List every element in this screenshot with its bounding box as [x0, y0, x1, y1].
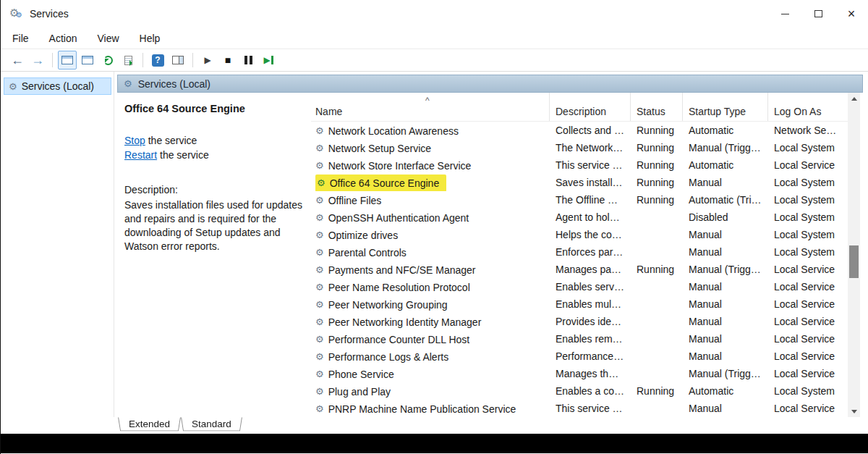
back-button[interactable]: ← — [8, 51, 27, 70]
table-row[interactable]: ⚙PNRP Machine Name Publication ServiceTh… — [311, 400, 848, 417]
service-log-on-as-cell: Local Service — [768, 400, 848, 417]
service-name-cell: ⚙Peer Networking Identity Manager — [311, 313, 550, 330]
table-row[interactable]: ⚙Network Setup ServiceThe Network…Runnin… — [311, 139, 848, 156]
properties-button[interactable] — [78, 51, 97, 70]
forward-button[interactable]: → — [28, 51, 47, 70]
action-pane-icon — [172, 56, 184, 64]
scrollbar-track[interactable] — [848, 104, 860, 405]
start-service-button[interactable]: ▶ — [198, 51, 217, 70]
help-icon: ? — [152, 54, 164, 67]
tree-item-services-local[interactable]: ⚙ Services (Local) — [4, 77, 111, 95]
service-name-cell: ⚙Performance Counter DLL Host — [311, 330, 550, 348]
service-name-cell: ⚙Offline Files — [311, 191, 550, 209]
table-row[interactable]: ⚙Parental ControlsEnforces par…ManualLoc… — [311, 243, 848, 261]
menu-view[interactable]: View — [97, 33, 119, 44]
console-tree-pane: ⚙ Services (Local) — [1, 72, 114, 417]
service-description-cell: Enables serv… — [550, 278, 631, 295]
pause-service-button[interactable] — [239, 51, 258, 70]
service-gear-icon: ⚙ — [315, 296, 324, 313]
show-action-pane-button[interactable] — [169, 51, 187, 70]
table-row[interactable]: ⚙Optimize drivesHelps the co…ManualLocal… — [311, 226, 848, 243]
export-list-button[interactable] — [119, 51, 137, 70]
service-startup-type-cell: Manual — [683, 313, 768, 330]
tab-standard[interactable]: Standard — [181, 417, 242, 432]
service-description-cell: Enforces par… — [550, 243, 631, 261]
table-row[interactable]: ⚙OpenSSH Authentication AgentAgent to ho… — [311, 209, 848, 226]
column-header-startup-type[interactable]: Startup Type — [683, 93, 768, 121]
scrollbar-thumb[interactable] — [849, 245, 859, 278]
show-console-tree-button[interactable] — [58, 51, 77, 70]
service-startup-type-cell: Manual (Trigg… — [683, 139, 768, 156]
service-description-cell: Collects and … — [550, 122, 631, 139]
service-log-on-as-cell: Local Service — [768, 348, 848, 365]
table-row[interactable]: ⚙Peer Networking Identity ManagerProvide… — [311, 313, 848, 330]
menu-help[interactable]: Help — [140, 33, 161, 44]
stop-service-link[interactable]: Stop — [124, 135, 145, 146]
table-row[interactable]: ⚙Offline FilesThe Offline …RunningAutoma… — [311, 191, 848, 209]
restart-service-button[interactable]: ▶ — [259, 51, 278, 70]
service-name-cell: ⚙OpenSSH Authentication Agent — [311, 209, 550, 226]
table-row[interactable]: ⚙Payments and NFC/SE ManagerManages pa…R… — [311, 261, 848, 278]
table-row[interactable]: ⚙Peer Networking GroupingEnables mul…Man… — [311, 295, 848, 313]
forward-arrow-icon: → — [31, 53, 44, 68]
service-startup-type-cell: Manual — [683, 330, 768, 348]
scroll-up-button[interactable] — [848, 93, 860, 104]
results-header-title: Services (Local) — [138, 78, 210, 90]
menu-action[interactable]: Action — [49, 33, 77, 44]
service-name-text: Phone Service — [328, 366, 394, 382]
service-log-on-as-cell: Local Service — [768, 330, 848, 348]
column-header-description[interactable]: Description — [550, 93, 631, 121]
description-label: Description: — [124, 184, 304, 196]
table-row[interactable]: ⚙Performance Logs & AlertsPerformance…Ma… — [311, 348, 848, 365]
properties-window-icon — [82, 56, 93, 64]
table-row[interactable]: ⚙Phone ServiceManages th…Manual (Trigg…L… — [311, 365, 848, 382]
minimize-button[interactable] — [768, 0, 801, 28]
window-title: Services — [30, 8, 69, 20]
sort-ascending-icon: ^ — [425, 96, 430, 106]
services-list: ^ Name Description Status Startup Type L… — [311, 93, 848, 417]
refresh-button[interactable] — [98, 51, 117, 70]
service-description-cell: The Offline … — [550, 191, 631, 209]
service-name-text: Network Setup Service — [328, 140, 431, 156]
service-status-cell — [631, 348, 683, 365]
close-button[interactable]: × — [835, 0, 868, 28]
scroll-down-button[interactable] — [848, 405, 860, 417]
service-log-on-as-cell: Local System — [768, 226, 848, 243]
service-gear-icon: ⚙ — [315, 348, 324, 365]
service-gear-icon: ⚙ — [315, 157, 324, 174]
maximize-icon — [814, 10, 822, 17]
stop-service-button[interactable]: ■ — [218, 51, 237, 70]
service-description-cell: This service … — [550, 400, 631, 417]
table-row[interactable]: ⚙Plug and PlayEnables a co…RunningAutoma… — [311, 382, 848, 400]
column-header-status[interactable]: Status — [631, 93, 683, 121]
stop-icon: ■ — [225, 55, 231, 65]
restart-service-suffix: the service — [157, 149, 209, 161]
column-header-log-on-as[interactable]: Log On As — [768, 93, 848, 121]
table-row[interactable]: ⚙Network Store Interface ServiceThis ser… — [311, 156, 848, 174]
toolbar-separator — [142, 53, 143, 67]
service-gear-icon: ⚙ — [315, 140, 324, 156]
service-status-cell — [631, 295, 683, 313]
table-row[interactable]: ⚙Peer Name Resolution ProtocolEnables se… — [311, 278, 848, 295]
table-row[interactable]: ⚙Network Location AwarenessCollects and … — [311, 122, 848, 139]
maximize-button[interactable] — [801, 0, 835, 28]
vertical-scrollbar[interactable] — [848, 93, 860, 417]
service-rows: ⚙Network Location AwarenessCollects and … — [311, 122, 848, 417]
help-button[interactable]: ? — [148, 51, 167, 70]
column-header-name[interactable]: Name — [311, 93, 550, 121]
service-log-on-as-cell: Local System — [768, 243, 848, 261]
main-pane: ⚙ Services (Local) Office 64 Source Engi… — [117, 75, 863, 417]
table-row[interactable]: ⚙Performance Counter DLL HostEnables rem… — [311, 330, 848, 348]
service-startup-type-cell: Manual (Trigg… — [683, 261, 768, 278]
menu-bar: File Action View Help — [1, 28, 868, 49]
tab-extended[interactable]: Extended — [118, 417, 181, 432]
service-log-on-as-cell: Local System — [768, 209, 848, 226]
services-app-icon: ⚙ ⚙ — [9, 7, 25, 21]
services-node-icon: ⚙ — [9, 81, 17, 92]
service-gear-icon: ⚙ — [315, 192, 324, 209]
menu-file[interactable]: File — [12, 33, 29, 44]
table-row[interactable]: ⚙Office 64 Source EngineSaves install…Ru… — [311, 174, 848, 191]
scroll-up-icon — [851, 97, 857, 101]
service-startup-type-cell: Automatic — [683, 156, 768, 174]
restart-service-link[interactable]: Restart — [124, 149, 157, 161]
